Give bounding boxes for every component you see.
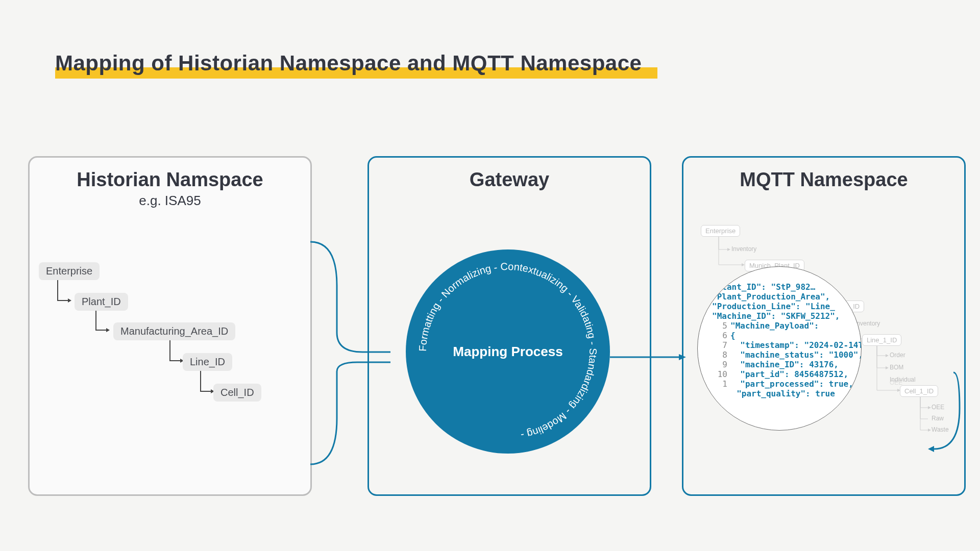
payload-magnifier: "Plant_ID": "StP_982… "Plant_Production_… [697,266,862,431]
mqtt-node-bom: BOM [890,364,903,371]
svg-marker-1 [106,328,110,332]
gateway-panel: Gateway Formatting - Normalizing - Conte… [368,156,651,496]
svg-marker-0 [68,298,71,303]
mqtt-node-line: Line_1_ID [862,334,901,346]
payload-json: "Plant_ID": "StP_982… "Plant_Production_… [712,282,861,408]
mqtt-node-oee2: OEE [932,404,944,411]
historian-node-plant: Plant_ID [75,293,128,311]
mqtt-node-inventory3: Inventory [855,320,880,327]
svg-marker-14 [928,406,931,409]
historian-panel-subtitle: e.g. ISA95 [30,193,310,209]
svg-marker-12 [886,366,889,369]
mapping-process-circle: Formatting - Normalizing - Contextualizi… [406,249,610,454]
mqtt-panel-title: MQTT Namespace [683,169,964,191]
historian-node-cell: Cell_ID [213,384,261,402]
page-title-block: Mapping of Historian Namespace and MQTT … [55,51,642,76]
historian-node-enterprise: Enterprise [39,262,100,280]
historian-panel-title: Historian Namspace [30,169,310,191]
mqtt-node-order: Order [890,352,905,359]
historian-node-line: Line_ID [183,353,232,371]
mqtt-node-enterprise: Enterprise [701,225,740,237]
mqtt-node-inventory1: Inventory [731,245,756,253]
mqtt-node-waste: Waste [932,426,949,433]
gateway-ring-text: Formatting - Normalizing - Contextualizi… [417,261,599,441]
svg-marker-11 [886,354,889,357]
historian-panel: Historian Namspace e.g. ISA95 Enterprise… [28,156,312,496]
svg-marker-5 [727,248,730,251]
gateway-panel-title: Gateway [369,169,650,191]
mqtt-node-oee1: OEE [890,379,902,386]
mqtt-node-cell: Cell_1_ID [900,385,938,397]
svg-marker-15 [928,429,931,432]
mqtt-node-raw: Raw [932,415,944,422]
historian-node-area: Manufacturing_Area_ID [113,322,235,340]
page-title: Mapping of Historian Namespace and MQTT … [55,51,642,76]
